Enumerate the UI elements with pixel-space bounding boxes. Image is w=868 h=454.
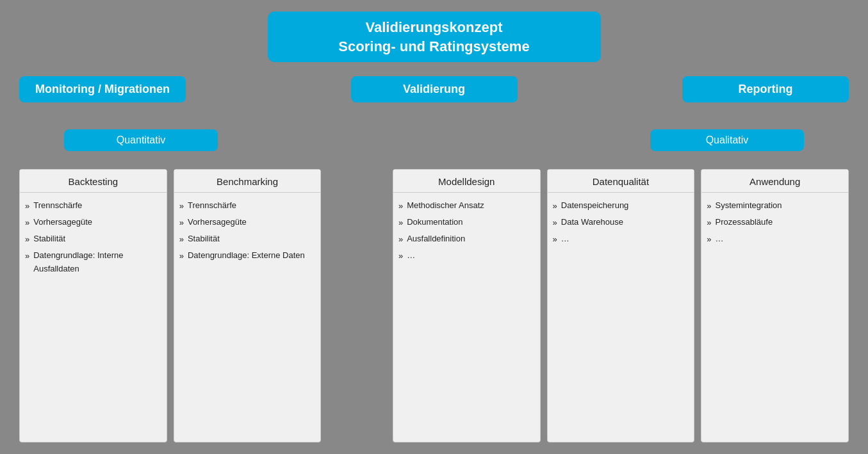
list-item: » Methodischer Ansatz	[398, 199, 535, 213]
list-item: » Vorhersagegüte	[25, 216, 161, 230]
sub-category-quantitativ: Quantitativ	[64, 129, 218, 151]
col-body-anwendung: » Systemintegration » Prozessabläufe » …	[701, 193, 848, 254]
bullet-icon: »	[707, 216, 711, 230]
list-item: » Systemintegration	[707, 199, 843, 213]
list-item: » Vorhersagegüte	[179, 216, 316, 230]
col-body-datenqualitaet: » Datenspeicherung » Data Warehouse » …	[548, 193, 694, 254]
title-box: Validierungskonzept Scoring- und Ratings…	[268, 12, 601, 62]
list-item: » Data Warehouse	[553, 216, 689, 230]
col-header-modelldesign: Modelldesign	[393, 170, 540, 193]
list-item: » Stabilität	[179, 232, 316, 247]
bullet-icon: »	[25, 233, 29, 247]
bullet-icon: »	[553, 216, 557, 230]
bullet-icon: »	[179, 250, 184, 263]
column-benchmarking: Benchmarking » Trennschärfe » Vorhersage…	[174, 169, 322, 442]
col-body-modelldesign: » Methodischer Ansatz » Dokumentation » …	[393, 193, 540, 270]
category-monitoring: Monitoring / Migrationen	[19, 76, 186, 102]
bullet-icon: »	[25, 216, 29, 230]
bullet-icon: »	[707, 233, 711, 247]
bullet-icon: »	[179, 233, 184, 247]
col-header-datenqualitaet: Datenqualität	[548, 170, 694, 193]
column-anwendung: Anwendung » Systemintegration » Prozessa…	[701, 169, 849, 442]
bullet-icon: »	[179, 200, 184, 213]
col-header-benchmarking: Benchmarking	[174, 170, 321, 193]
title-line2: Scoring- und Ratingsysteme	[306, 37, 562, 56]
list-item: » Datengrundlage: Interne Ausfalldaten	[25, 249, 161, 276]
top-categories-row: Monitoring / Migrationen Validierung Rep…	[13, 76, 855, 102]
bullet-icon: »	[707, 200, 711, 213]
bullet-icon: »	[398, 233, 403, 247]
column-backtesting: Backtesting » Trennschärfe » Vorhersageg…	[19, 169, 167, 442]
bullet-icon: »	[553, 200, 557, 213]
list-item: » …	[553, 232, 689, 247]
column-datenqualitaet: Datenqualität » Datenspeicherung » Data …	[547, 169, 695, 442]
middle-row: Quantitativ Qualitativ	[13, 129, 855, 151]
bullet-icon: »	[25, 200, 29, 213]
bullet-icon: »	[179, 216, 184, 230]
list-item: » Dokumentation	[398, 216, 535, 230]
columns-row: Backtesting » Trennschärfe » Vorhersageg…	[13, 169, 855, 442]
sub-category-qualitativ: Qualitativ	[650, 129, 804, 151]
bullet-icon: »	[398, 250, 403, 263]
list-item: » …	[398, 249, 535, 263]
col-body-benchmarking: » Trennschärfe » Vorhersagegüte » Stabil…	[174, 193, 321, 270]
column-modelldesign: Modelldesign » Methodischer Ansatz » Dok…	[393, 169, 541, 442]
list-item: » Datenspeicherung	[553, 199, 689, 213]
bullet-icon: »	[398, 216, 403, 230]
list-item: » …	[707, 232, 843, 247]
bullet-icon: »	[398, 200, 403, 213]
list-item: » Prozessabläufe	[707, 216, 843, 230]
col-header-anwendung: Anwendung	[701, 170, 848, 193]
category-reporting: Reporting	[682, 76, 849, 102]
spacer	[327, 169, 386, 442]
list-item: » Trennschärfe	[25, 199, 161, 213]
list-item: » Trennschärfe	[179, 199, 316, 213]
list-item: » Stabilität	[25, 232, 161, 247]
bullet-icon: »	[25, 250, 29, 263]
col-header-backtesting: Backtesting	[20, 170, 167, 193]
page-container: Validierungskonzept Scoring- und Ratings…	[0, 0, 868, 454]
category-validierung: Validierung	[351, 76, 518, 102]
list-item: » Datengrundlage: Externe Daten	[179, 249, 316, 263]
bullet-icon: »	[553, 233, 557, 247]
col-body-backtesting: » Trennschärfe » Vorhersagegüte » Stabil…	[20, 193, 167, 283]
title-row: Validierungskonzept Scoring- und Ratings…	[13, 12, 855, 62]
list-item: » Ausfalldefinition	[398, 232, 535, 247]
title-line1: Validierungskonzept	[306, 18, 562, 37]
